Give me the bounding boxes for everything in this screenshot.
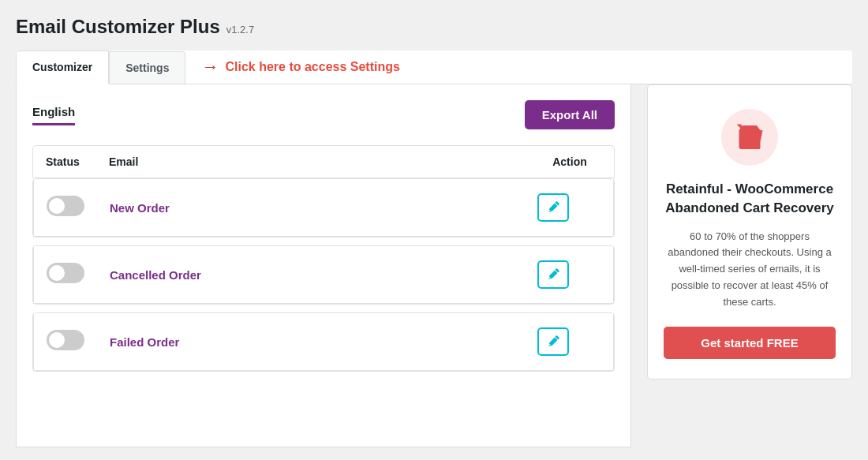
toggle-switch-new-order[interactable] xyxy=(47,196,84,216)
edit-action-cancelled-order xyxy=(537,260,600,289)
toggle-track[interactable] xyxy=(47,196,84,216)
tab-settings[interactable]: Settings xyxy=(109,51,185,84)
toggle-failed-order[interactable] xyxy=(47,330,110,353)
svg-point-0 xyxy=(745,147,747,149)
email-row-new-order: New Order xyxy=(33,179,614,237)
pencil-icon xyxy=(547,201,559,214)
pencil-icon xyxy=(547,335,559,348)
toggle-cancelled-order[interactable] xyxy=(47,263,110,286)
edit-button-new-order[interactable] xyxy=(537,193,569,222)
cart-icon xyxy=(735,123,764,151)
promo-description: 60 to 70% of the shoppers abandoned thei… xyxy=(664,229,836,311)
main-content: English Export All Status Email Action xyxy=(16,84,852,447)
col-header-status: Status xyxy=(46,155,109,168)
email-name-cancelled-order[interactable]: Cancelled Order xyxy=(110,268,537,282)
table-row: New Order xyxy=(32,178,615,237)
edit-button-failed-order[interactable] xyxy=(537,327,569,356)
email-name-failed-order[interactable]: Failed Order xyxy=(110,335,537,349)
pencil-icon xyxy=(547,268,559,281)
toggle-switch-failed-order[interactable] xyxy=(47,330,84,350)
toggle-track[interactable] xyxy=(47,330,84,350)
cart-icon-circle xyxy=(721,109,778,166)
tabs-bar: Customizer Settings → Click here to acce… xyxy=(16,50,852,84)
right-panel: Retainful - WooCommerce Abandoned Cart R… xyxy=(647,84,852,380)
toggle-thumb xyxy=(49,332,65,348)
lang-tab-row: English Export All xyxy=(32,100,615,129)
toggle-track[interactable] xyxy=(47,263,84,283)
edit-button-cancelled-order[interactable] xyxy=(537,260,569,289)
email-row-failed-order: Failed Order xyxy=(33,313,614,371)
edit-action-failed-order xyxy=(537,327,600,356)
edit-action-new-order xyxy=(537,193,600,222)
col-header-email: Email xyxy=(109,155,538,168)
toggle-new-order[interactable] xyxy=(47,196,110,219)
get-started-button[interactable]: Get started FREE xyxy=(664,327,836,359)
left-panel: English Export All Status Email Action xyxy=(16,84,631,447)
export-all-button[interactable]: Export All xyxy=(525,100,615,129)
tab-customizer[interactable]: Customizer xyxy=(16,50,109,84)
table-row: Failed Order xyxy=(32,312,615,372)
email-row-cancelled-order: Cancelled Order xyxy=(33,246,614,304)
col-header-action: Action xyxy=(538,155,601,168)
page-title: Email Customizer Plus xyxy=(16,16,220,38)
toggle-switch-cancelled-order[interactable] xyxy=(47,263,84,283)
version-badge: v1.2.7 xyxy=(226,24,254,36)
settings-hint: → Click here to access Settings xyxy=(201,57,399,77)
email-name-new-order[interactable]: New Order xyxy=(110,201,537,215)
svg-point-1 xyxy=(758,147,761,149)
promo-title: Retainful - WooCommerce Abandoned Cart R… xyxy=(664,180,836,218)
arrow-icon: → xyxy=(201,57,219,77)
language-tab[interactable]: English xyxy=(32,105,75,125)
toggle-thumb xyxy=(49,265,65,281)
table-row: Cancelled Order xyxy=(32,245,615,305)
settings-hint-text[interactable]: Click here to access Settings xyxy=(225,60,399,74)
table-header: Status Email Action xyxy=(32,145,615,178)
toggle-thumb xyxy=(49,198,65,214)
